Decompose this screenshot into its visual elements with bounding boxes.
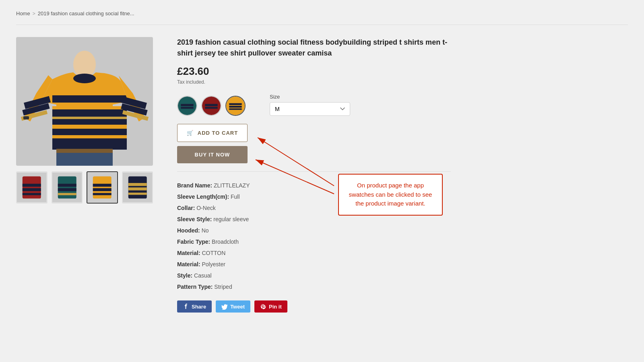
add-to-cart-button[interactable]: 🛒 ADD TO CART <box>177 124 248 142</box>
thumbnail-1[interactable] <box>16 171 47 204</box>
svg-rect-29 <box>58 176 76 198</box>
svg-rect-11 <box>52 138 127 145</box>
svg-rect-35 <box>93 184 111 187</box>
svg-rect-52 <box>229 108 242 110</box>
spec-pattern-value: Striped <box>214 284 232 290</box>
buy-now-label: BUY IT NOW <box>195 152 230 158</box>
svg-rect-10 <box>52 135 127 138</box>
product-price: £23.60 <box>177 65 451 78</box>
pin-button[interactable]: Pin it <box>254 300 287 313</box>
spec-style-label: Style: <box>177 272 194 279</box>
product-images <box>16 37 153 204</box>
size-select[interactable]: XS S M L XL XXL <box>270 102 350 116</box>
share-button[interactable]: Share <box>177 300 212 313</box>
svg-rect-42 <box>128 193 147 195</box>
tweet-label: Tweet <box>230 304 245 310</box>
svg-rect-47 <box>205 104 217 106</box>
buy-now-button[interactable]: BUY IT NOW <box>177 146 248 163</box>
svg-rect-24 <box>23 176 41 198</box>
svg-rect-37 <box>93 193 111 195</box>
size-group: Size XS S M L XL XXL <box>270 94 350 116</box>
annotation-text: On product page the app swatches can be … <box>349 182 432 207</box>
svg-rect-40 <box>128 183 147 186</box>
size-label: Size <box>270 94 350 100</box>
facebook-icon <box>183 303 189 310</box>
svg-rect-50 <box>229 103 242 105</box>
tweet-button[interactable]: Tweet <box>216 300 250 313</box>
spec-fabric-value: Broadcloth <box>212 239 239 245</box>
svg-rect-31 <box>58 188 76 191</box>
spec-sleeve-style-value: regular sleeve <box>213 216 249 222</box>
product-divider <box>177 171 451 172</box>
spec-brand-value: ZLITTLELAZY <box>214 182 250 189</box>
product-right-wrapper: 2019 fashion casual clothing social fitn… <box>177 37 628 313</box>
spec-sleeve-len-value: Full <box>231 193 240 200</box>
twitter-icon <box>221 303 228 310</box>
svg-rect-25 <box>23 184 41 187</box>
svg-rect-34 <box>93 176 111 198</box>
add-to-cart-label: ADD TO CART <box>198 130 238 136</box>
breadcrumb-home[interactable]: Home <box>16 10 30 16</box>
svg-rect-41 <box>128 187 147 190</box>
spec-sleeve-style-label: Sleeve Style: <box>177 216 213 222</box>
thumbnail-3[interactable] <box>87 171 118 204</box>
spec-hooded-value: No <box>202 227 209 234</box>
swatch-red[interactable] <box>201 96 221 116</box>
spec-collar-value: O-Neck <box>196 205 215 211</box>
main-product-image <box>16 37 153 166</box>
svg-rect-3 <box>52 95 127 103</box>
svg-rect-5 <box>52 109 127 117</box>
spec-pattern-label: Pattern Type: <box>177 284 214 290</box>
spec-collar-label: Collar: <box>177 205 196 211</box>
thumbnail-4[interactable] <box>122 171 153 204</box>
spec-fabric-label: Fabric Type: <box>177 239 212 245</box>
spec-material1-value: COTTON <box>202 250 225 256</box>
svg-rect-8 <box>52 125 127 129</box>
social-buttons: Share Tweet Pin it <box>177 300 451 313</box>
breadcrumb-separator: > <box>33 11 35 16</box>
svg-rect-7 <box>52 119 127 125</box>
annotation-box: On product page the app swatches can be … <box>338 174 443 216</box>
product-title: 2019 fashion casual clothing social fitn… <box>177 37 451 59</box>
svg-rect-20 <box>56 153 113 166</box>
spec-sleeve-len-label: Sleeve Length(cm): <box>177 193 231 200</box>
svg-rect-9 <box>52 129 127 135</box>
pinterest-icon <box>260 303 266 310</box>
svg-rect-6 <box>52 117 127 119</box>
svg-rect-44 <box>181 104 193 106</box>
share-label: Share <box>192 304 206 310</box>
svg-point-21 <box>73 74 96 83</box>
pin-label: Pin it <box>269 304 282 310</box>
spec-material2-label: Material: <box>177 261 202 267</box>
spec-material1-label: Material: <box>177 250 202 256</box>
thumbnail-2[interactable] <box>52 171 83 204</box>
spec-hooded-label: Hooded: <box>177 227 202 234</box>
cart-icon: 🛒 <box>187 130 194 136</box>
tax-note: Tax included. <box>177 79 451 85</box>
swatches-size-row: Size XS S M L XL XXL <box>177 94 451 116</box>
svg-rect-45 <box>181 107 193 109</box>
svg-rect-26 <box>23 188 41 191</box>
svg-rect-51 <box>229 106 242 108</box>
swatches-group <box>177 96 246 116</box>
svg-rect-19 <box>56 149 113 153</box>
svg-rect-22 <box>23 116 29 119</box>
svg-rect-32 <box>58 193 76 195</box>
breadcrumb: Home > 2019 fashion casual clothing soci… <box>16 6 628 25</box>
breadcrumb-current: 2019 fashion casual clothing social fitn… <box>38 10 134 16</box>
svg-rect-4 <box>52 106 127 109</box>
swatch-yellow[interactable] <box>225 96 246 116</box>
swatch-teal[interactable] <box>177 96 197 116</box>
svg-rect-36 <box>93 188 111 191</box>
svg-rect-30 <box>58 184 76 187</box>
spec-brand-label: Brand Name: <box>177 182 214 189</box>
svg-rect-48 <box>205 107 217 109</box>
spec-material2-value: Polyester <box>202 261 225 267</box>
spec-style-value: Casual <box>194 272 212 279</box>
thumbnail-row <box>16 171 153 204</box>
svg-rect-27 <box>23 193 41 195</box>
